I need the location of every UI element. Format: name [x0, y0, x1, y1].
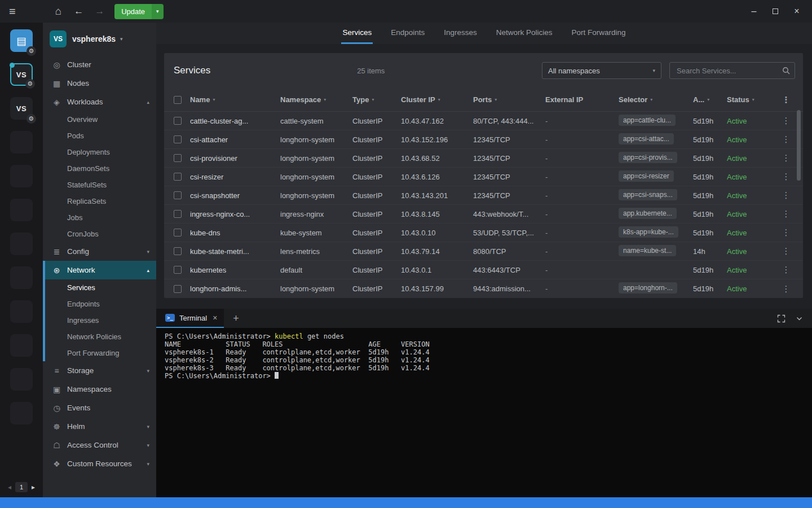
sidebar-item-cluster[interactable]: ◎Cluster [43, 55, 156, 74]
expand-terminal-icon[interactable] [777, 314, 785, 323]
sidebar-item-services[interactable]: Services [45, 279, 156, 296]
selector-chip[interactable]: app=cattle-clu... [619, 115, 676, 126]
column-header-namespace[interactable]: Namespace▾ [280, 95, 352, 104]
new-terminal-button[interactable]: + [233, 313, 239, 325]
row-menu-button[interactable]: ⋮ [776, 116, 796, 126]
minimize-button[interactable]: – [743, 3, 765, 20]
home-button[interactable]: ⌂ [55, 5, 61, 17]
namespace-filter-select[interactable]: All namespaces ▾ [542, 62, 661, 79]
select-all-checkbox[interactable] [174, 96, 182, 104]
sidebar-item-workloads[interactable]: ◈Workloads▴ [43, 93, 156, 111]
selector-chip[interactable]: k8s-app=kube-... [619, 226, 678, 238]
sidebar-item-nodes[interactable]: ▦Nodes [43, 74, 156, 93]
row-checkbox[interactable] [174, 191, 182, 199]
column-header-selector[interactable]: Selector▾ [619, 95, 693, 104]
table-row[interactable]: csi-resizerlonghorn-systemClusterIP10.43… [164, 168, 803, 186]
collapse-terminal-icon[interactable] [796, 315, 803, 322]
close-button[interactable]: × [786, 3, 807, 20]
sidebar-item-port-forwarding[interactable]: Port Forwarding [45, 345, 156, 361]
row-checkbox[interactable] [174, 210, 182, 218]
row-checkbox[interactable] [174, 117, 182, 125]
row-checkbox[interactable] [174, 247, 182, 255]
tab-ingresses[interactable]: Ingresses [443, 23, 478, 44]
page-prev-icon[interactable]: ◂ [8, 483, 11, 491]
sidebar-item-replicasets[interactable]: ReplicaSets [43, 193, 156, 209]
sidebar-item-namespaces[interactable]: ▣Namespaces [43, 380, 156, 398]
selector-chip[interactable]: app=longhorn-... [619, 282, 677, 294]
row-checkbox[interactable] [174, 266, 182, 274]
tab-network-policies[interactable]: Network Policies [495, 23, 554, 44]
selector-chip[interactable]: app=csi-resizer [619, 170, 674, 182]
rail-cluster-2[interactable]: VS⚙ [10, 97, 33, 120]
sidebar-item-endpoints[interactable]: Endpoints [45, 296, 156, 312]
rail-cluster-1[interactable]: VS⚙ [10, 63, 33, 86]
table-menu-button[interactable]: ⋮ [776, 95, 796, 105]
sidebar-item-storage[interactable]: ≡Storage▾ [43, 361, 156, 380]
column-header-external-ip[interactable]: External IP [545, 95, 619, 104]
row-menu-button[interactable]: ⋮ [776, 209, 796, 219]
hamburger-menu-icon[interactable]: ≡ [9, 6, 16, 17]
terminal-tab[interactable]: >_ Terminal × [156, 309, 224, 328]
sidebar-item-statefulsets[interactable]: StatefulSets [43, 177, 156, 193]
tab-endpoints[interactable]: Endpoints [390, 23, 426, 44]
sidebar-item-daemonsets[interactable]: DaemonSets [43, 160, 156, 177]
column-header-a[interactable]: A...▾ [693, 95, 727, 104]
sidebar-item-pods[interactable]: Pods [43, 128, 156, 144]
sidebar-item-cronjobs[interactable]: CronJobs [43, 226, 156, 242]
row-menu-button[interactable]: ⋮ [776, 153, 796, 163]
row-menu-button[interactable]: ⋮ [776, 227, 796, 238]
sidebar-item-helm[interactable]: ☸Helm▾ [43, 417, 156, 436]
table-row[interactable]: csi-snapshotterlonghorn-systemClusterIP1… [164, 186, 803, 205]
selector-chip[interactable]: app.kubernete... [619, 208, 677, 219]
gear-icon[interactable]: ⚙ [27, 114, 36, 124]
maximize-button[interactable] [765, 3, 786, 20]
row-checkbox[interactable] [174, 135, 182, 143]
selector-chip[interactable]: name=kube-st... [619, 245, 676, 256]
sidebar-item-access-control[interactable]: ☖Access Control▾ [43, 436, 156, 454]
sidebar-item-network-policies[interactable]: Network Policies [45, 329, 156, 345]
column-header-cluster-ip[interactable]: Cluster IP▾ [401, 95, 473, 104]
row-menu-button[interactable]: ⋮ [776, 265, 796, 275]
terminal-output[interactable]: PS C:\Users\Administrator> kubectl get n… [156, 328, 812, 497]
column-header-type[interactable]: Type▾ [352, 95, 401, 104]
row-checkbox[interactable] [174, 229, 182, 237]
catalog-button[interactable]: ▤ ⚙ [10, 29, 33, 52]
table-row[interactable]: kube-dnskube-systemClusterIP10.43.0.1053… [164, 224, 803, 242]
table-row[interactable]: longhorn-admis...longhorn-systemClusterI… [164, 279, 803, 298]
sidebar-item-deployments[interactable]: Deployments [43, 144, 156, 160]
sidebar-item-jobs[interactable]: Jobs [43, 209, 156, 226]
sidebar-item-ingresses[interactable]: Ingresses [45, 312, 156, 329]
row-menu-button[interactable]: ⋮ [776, 190, 796, 200]
selector-chip[interactable]: app=csi-attac... [619, 133, 674, 144]
column-header-ports[interactable]: Ports▾ [473, 95, 545, 104]
tab-port-forwarding[interactable]: Port Forwarding [571, 23, 627, 44]
row-menu-button[interactable]: ⋮ [776, 246, 796, 256]
tab-services[interactable]: Services [341, 23, 373, 44]
selector-chip[interactable]: app=csi-provis... [619, 152, 677, 163]
sidebar-item-network[interactable]: ⊛Network▴ [45, 261, 156, 279]
forward-button[interactable]: → [95, 6, 104, 17]
row-menu-button[interactable]: ⋮ [776, 172, 796, 182]
update-dropdown-button[interactable]: ▾ [152, 4, 164, 19]
gear-icon[interactable]: ⚙ [27, 46, 36, 56]
row-checkbox[interactable] [174, 285, 182, 293]
gear-icon[interactable]: ⚙ [25, 79, 35, 89]
column-header-name[interactable]: Name▾ [190, 95, 280, 104]
row-menu-button[interactable]: ⋮ [776, 134, 796, 144]
sidebar-item-custom-resources[interactable]: ❖Custom Resources▾ [43, 454, 156, 473]
sidebar-item-config[interactable]: ≣Config▾ [43, 242, 156, 261]
close-icon[interactable]: × [213, 313, 217, 322]
row-checkbox[interactable] [174, 173, 182, 181]
page-next-icon[interactable]: ▸ [32, 483, 35, 491]
search-input[interactable] [676, 66, 782, 76]
update-button[interactable]: Update [114, 4, 152, 19]
cluster-selector[interactable]: VS vspherek8s ▾ [43, 23, 156, 55]
column-header-status[interactable]: Status▾ [727, 95, 776, 104]
table-row[interactable]: kube-state-metri...lens-metricsClusterIP… [164, 242, 803, 261]
table-row[interactable]: cattle-cluster-ag...cattle-systemCluster… [164, 112, 803, 130]
sidebar-item-events[interactable]: ◷Events [43, 398, 156, 417]
table-row[interactable]: csi-attacherlonghorn-systemClusterIP10.4… [164, 130, 803, 149]
sidebar-item-overview[interactable]: Overview [43, 111, 156, 128]
row-checkbox[interactable] [174, 154, 182, 162]
table-row[interactable]: csi-provisionerlonghorn-systemClusterIP1… [164, 149, 803, 168]
